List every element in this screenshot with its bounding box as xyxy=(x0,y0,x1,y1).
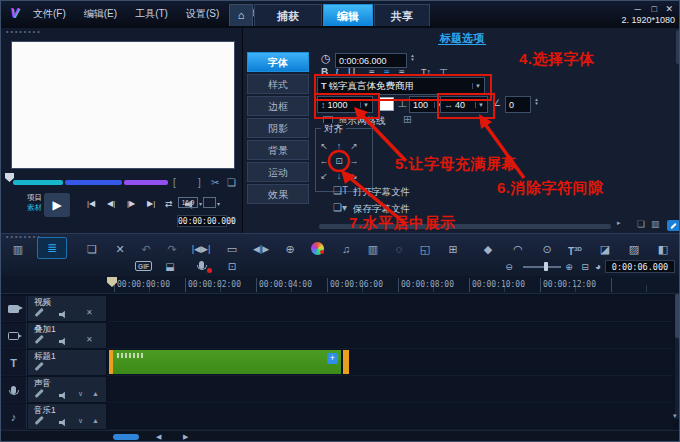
font-name-dropdown[interactable]: T 锐字真言体免费商用 ▼ xyxy=(317,77,485,95)
align-bottom-right-button[interactable]: ↘ xyxy=(348,171,360,181)
subtab-shadow[interactable]: 阴影 xyxy=(247,118,309,138)
open-subtitle-button[interactable]: 打开字幕文件 xyxy=(353,186,410,199)
track-mute-icon[interactable] xyxy=(59,338,68,346)
title-track-lane[interactable]: + xyxy=(107,350,673,376)
track-fx-icon[interactable]: ✕ xyxy=(86,308,93,317)
track-collapse-icon[interactable]: ∨ xyxy=(78,417,83,425)
timeline-zoom-slider[interactable] xyxy=(523,266,561,268)
track-volume-icon[interactable]: ▲ xyxy=(92,417,99,424)
sound-mixer-icon[interactable]: ♫ xyxy=(337,240,355,258)
scroll-right-icon[interactable]: ▶ xyxy=(183,433,188,441)
minimize-button[interactable]: ─ xyxy=(635,4,643,14)
lasso-icon[interactable]: ◠ xyxy=(509,240,527,258)
storyboard-view-icon[interactable]: ▥ xyxy=(9,240,27,258)
motion-tracking-icon[interactable]: ⊙ xyxy=(538,240,556,258)
aspect-ratio-button[interactable]: 16:9 xyxy=(178,197,198,208)
rotation-spinner[interactable]: ▲▼ xyxy=(533,98,540,105)
edit-pencil-icon[interactable] xyxy=(35,416,44,425)
timeline-ruler[interactable]: 00:00:00:00 00:00:02:00 00:00:04:00 00:0… xyxy=(1,276,680,294)
home-tab[interactable]: ⌂ xyxy=(229,4,253,26)
subtab-effect[interactable]: 效果 xyxy=(247,184,309,204)
aspect-dropdown-icon[interactable]: ▾ xyxy=(199,200,202,207)
stop-motion-icon[interactable]: ⊡ xyxy=(223,258,241,276)
subtitle-editor-icon[interactable]: ◌ xyxy=(390,240,408,258)
tab-edit[interactable]: 编辑 xyxy=(323,4,373,26)
timeline-zoom-handle[interactable] xyxy=(544,262,548,271)
subtab-font[interactable]: 字体 xyxy=(247,52,309,72)
seek-segment-2[interactable] xyxy=(65,180,122,185)
auto-music-icon[interactable]: ▥ xyxy=(364,240,382,258)
gallery-view-icon[interactable]: ❏ xyxy=(637,219,645,229)
music-track-header[interactable]: 音乐1 ∨ ▲ xyxy=(28,404,106,430)
mark-out-icon[interactable]: ] xyxy=(198,177,201,188)
go-end-button[interactable]: ▶| xyxy=(147,199,155,208)
zoom-out-icon[interactable]: ⊖ xyxy=(501,258,517,276)
toolbar-timecode[interactable]: 0:00:06.000 xyxy=(605,260,675,273)
timecode-spinner[interactable]: ▲▼ xyxy=(229,216,236,223)
subtab-border[interactable]: 边框 xyxy=(247,96,309,116)
zoom-dropdown-icon[interactable]: ▾ xyxy=(217,200,220,207)
frame-overlay-icon[interactable]: ▨ xyxy=(625,240,643,258)
screen-record-icon[interactable]: ⬓ xyxy=(161,258,179,276)
trim-icon[interactable]: |◀▶| xyxy=(191,240,211,258)
align-left-button[interactable]: ← xyxy=(318,156,330,166)
subtab-background[interactable]: 背景 xyxy=(247,140,309,160)
copy-icon[interactable]: ❏ xyxy=(83,240,101,258)
enlarge-preview-icon[interactable]: ❏ xyxy=(227,177,236,188)
title-track-header[interactable]: 标题1 xyxy=(28,350,106,376)
undo-icon[interactable]: ↶ xyxy=(137,240,155,258)
preview-stage[interactable] xyxy=(11,41,235,169)
edit-pencil-icon[interactable] xyxy=(35,389,44,398)
seek-segment-1[interactable] xyxy=(13,180,63,185)
align-bottom-left-button[interactable]: ↙ xyxy=(318,171,330,181)
align-center-button[interactable]: ⊡ xyxy=(333,156,345,166)
collage-icon[interactable]: ⊞ xyxy=(444,240,462,258)
align-right-button[interactable]: → xyxy=(348,156,360,166)
font-size-dropdown[interactable]: ↕ 1000 ▼ xyxy=(317,96,373,113)
music-track-lane[interactable] xyxy=(107,404,673,430)
menu-edit[interactable]: 编辑(E) xyxy=(84,7,117,21)
scroll-down-icon[interactable]: ▾ xyxy=(673,412,677,420)
track-mute-icon[interactable] xyxy=(59,392,68,400)
edit-pencil-icon[interactable] xyxy=(35,335,44,344)
voiceover-mic-icon[interactable] xyxy=(199,261,204,269)
go-start-button[interactable]: |◀ xyxy=(87,199,95,208)
video-track-header[interactable]: 视频 ✕ xyxy=(28,296,106,322)
align-bottom-button[interactable]: ↓ xyxy=(333,171,345,181)
align-top-button[interactable]: ↑ xyxy=(333,141,345,151)
edit-title-button[interactable] xyxy=(667,220,680,231)
split-clip-icon[interactable]: ✂ xyxy=(211,177,219,188)
panel-grip[interactable]: •••••••• xyxy=(6,28,42,35)
duration-spinner[interactable]: ▲▼ xyxy=(409,54,416,61)
font-dropdown-icon[interactable]: ▼ xyxy=(472,83,481,89)
tab-share[interactable]: 共享 xyxy=(374,4,430,26)
repeat-button[interactable]: ⇄ xyxy=(165,199,173,209)
font-color-swatch[interactable] xyxy=(379,97,394,111)
customize-toolbar-icon[interactable]: ✕ xyxy=(111,240,129,258)
chapter-marker-icon[interactable]: ⊕ xyxy=(281,240,299,258)
font-size-dropdown-icon[interactable]: ▼ xyxy=(360,102,369,108)
track-volume-icon[interactable]: ▲ xyxy=(92,390,99,397)
redo-icon[interactable]: ↷ xyxy=(163,240,181,258)
play-button[interactable]: ▶ xyxy=(44,193,70,217)
rotation-field[interactable]: 0 xyxy=(505,96,531,113)
subtab-style[interactable]: 样式 xyxy=(247,74,309,94)
fit-project-icon[interactable]: ▭ xyxy=(223,240,241,258)
video-track-lane[interactable] xyxy=(107,296,673,322)
close-button[interactable]: ✕ xyxy=(665,4,675,14)
edit-pencil-icon[interactable] xyxy=(35,362,44,371)
menu-tools[interactable]: 工具(T) xyxy=(135,7,168,21)
mask-creator-icon[interactable]: ◆ xyxy=(479,240,497,258)
char-spacing-dropdown[interactable]: ↔ 40 ▼ xyxy=(440,96,488,113)
gif-creator-button[interactable]: GIF xyxy=(135,261,152,271)
tab-capture[interactable]: 捕获 xyxy=(254,4,322,26)
timeline-hscrollbar-thumb[interactable] xyxy=(113,434,139,440)
player-timecode[interactable]: 00:00:00.000 xyxy=(177,215,227,227)
title-clip-add-button[interactable]: + xyxy=(327,353,338,364)
scroll-left-icon[interactable]: ◀ xyxy=(156,433,161,441)
voice-track-lane[interactable] xyxy=(107,377,673,403)
tracks-vscrollbar-thumb[interactable] xyxy=(675,294,680,338)
thumbnail-view-icon[interactable]: ▥ xyxy=(651,219,660,229)
menu-file[interactable]: 文件(F) xyxy=(33,7,66,21)
timeline-view-button[interactable]: ≣ xyxy=(37,237,67,259)
